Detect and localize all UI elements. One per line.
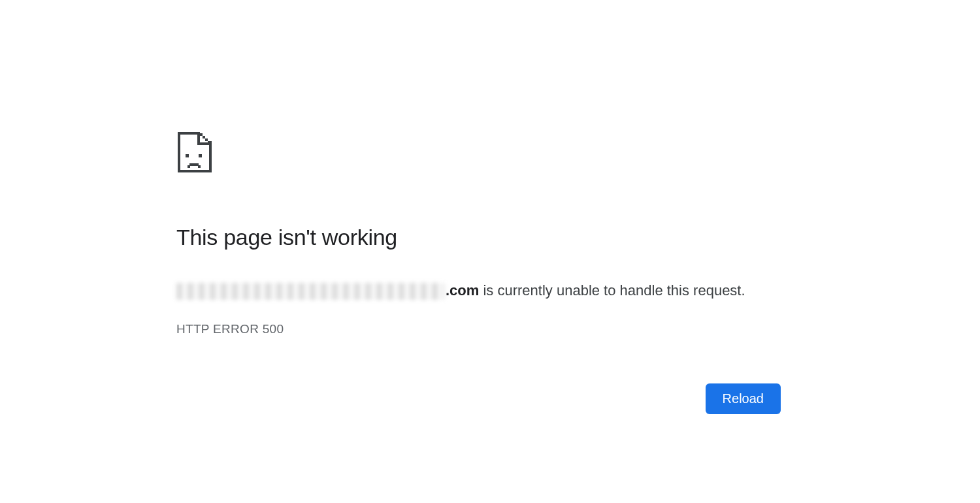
hostname-tld: .com (446, 282, 479, 299)
svg-rect-11 (186, 154, 189, 157)
svg-rect-5 (200, 133, 203, 136)
actions-row: Reload (176, 383, 781, 414)
sad-page-icon (176, 131, 213, 174)
svg-rect-13 (189, 163, 199, 166)
error-message-suffix: is currently unable to handle this reque… (479, 282, 745, 299)
svg-rect-7 (205, 138, 208, 141)
error-heading: This page isn't working (176, 225, 781, 250)
http-error-code: HTTP ERROR 500 (176, 322, 781, 336)
svg-rect-0 (178, 132, 180, 172)
error-page: This page isn't working .com is currentl… (176, 131, 781, 414)
svg-rect-1 (178, 170, 212, 172)
hostname-redacted (176, 283, 444, 300)
reload-button[interactable]: Reload (706, 383, 781, 414)
error-icon-wrap (176, 131, 781, 174)
svg-rect-6 (203, 136, 205, 138)
svg-rect-14 (188, 165, 190, 168)
error-message: .com is currently unable to handle this … (176, 280, 781, 301)
svg-rect-12 (199, 154, 202, 157)
svg-rect-4 (197, 132, 200, 135)
svg-rect-15 (198, 165, 201, 168)
svg-rect-3 (178, 132, 200, 135)
svg-rect-10 (197, 142, 212, 145)
svg-rect-2 (209, 144, 212, 172)
